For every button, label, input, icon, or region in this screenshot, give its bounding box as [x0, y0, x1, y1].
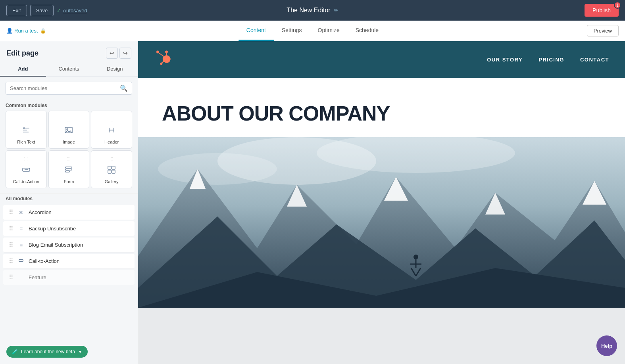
common-modules-label: Common modules [0, 100, 138, 111]
image-icon [64, 125, 73, 137]
tab-schedule[interactable]: Schedule [348, 21, 387, 41]
sidebar-tab-contents[interactable]: Contents [46, 62, 92, 77]
sidebar: Edit page ↩ ↪ 《 Add Contents Design 🔍 Co… [0, 41, 138, 364]
svg-rect-12 [65, 169, 72, 170]
person-icon: 👤 [6, 28, 13, 34]
feature-label: Feature [29, 274, 129, 280]
header-icon [107, 125, 116, 137]
svg-rect-15 [112, 166, 115, 169]
autosaved-indicator: ✓ Autosaved [57, 8, 87, 13]
list-item-feature[interactable]: ⠿ Feature [3, 270, 135, 285]
nav-links: OUR STORY PRICING CONTACT [487, 57, 609, 63]
search-input[interactable] [6, 82, 116, 94]
module-card-form[interactable]: ······ Form [48, 150, 90, 188]
module-card-image[interactable]: ······ Image [48, 111, 90, 149]
drag-handle-icon: ⠿ [9, 241, 13, 249]
module-name-image: Image [63, 140, 75, 144]
search-button[interactable]: 🔍 [116, 84, 132, 92]
all-modules-label: All modules [0, 193, 138, 204]
gallery-icon [107, 165, 116, 177]
module-card-rich-text[interactable]: ······ A Rich Text [6, 111, 47, 149]
main-area: Edit page ↩ ↪ 《 Add Contents Design 🔍 Co… [0, 41, 625, 364]
beta-tooltip[interactable]: 🧪 Learn about the new beta ▼ [6, 346, 88, 358]
blog-email-icon: ≡ [17, 242, 25, 248]
search-box: 🔍 [6, 82, 132, 95]
svg-rect-16 [108, 170, 111, 173]
tab-settings[interactable]: Settings [274, 21, 310, 41]
run-test-button[interactable]: 👤 Run a test [6, 28, 38, 34]
beta-flask-icon: 🧪 [12, 349, 18, 354]
list-item-call-to-action[interactable]: ⠿ Call-to-Action [3, 254, 135, 269]
drag-dots: ······ [110, 117, 113, 123]
drag-dots: ······ [67, 156, 71, 163]
top-bar-right: Publish 1 [585, 4, 619, 17]
drag-handle-icon: ⠿ [9, 257, 13, 265]
preview-button[interactable]: Preview [587, 25, 619, 36]
undo-redo-controls: ↩ ↪ [106, 48, 131, 59]
module-name-form: Form [64, 179, 74, 184]
publish-button[interactable]: Publish 1 [585, 4, 619, 17]
save-button[interactable]: Save [30, 5, 54, 16]
page-preview: OUR STORY PRICING CONTACT ABOUT OUR COMP… [138, 41, 625, 308]
cta-list-label: Call-to-Action [29, 258, 129, 264]
module-card-header[interactable]: ······ Header [91, 111, 132, 149]
svg-text:A: A [23, 126, 25, 129]
drag-dots: ······ [67, 117, 71, 123]
publish-badge: 1 [614, 2, 621, 9]
drag-handle-icon: ⠿ [9, 225, 13, 232]
tab-optimize[interactable]: Optimize [310, 21, 348, 41]
sub-bar-left: 👤 Run a test 🔒 [6, 28, 46, 34]
redo-button[interactable]: ↪ [119, 48, 131, 59]
module-card-gallery[interactable]: ······ Gallery [91, 150, 132, 188]
page-title: The New Editor ✏ [287, 7, 338, 14]
hero-title: ABOUT OUR COMPANY [162, 102, 601, 125]
svg-point-22 [158, 153, 277, 185]
rich-text-icon: A [21, 125, 31, 137]
common-modules-grid: ······ A Rich Text ······ [0, 111, 138, 193]
list-item-blog-email[interactable]: ⠿ ≡ Blog Email Subscription [3, 238, 135, 253]
sidebar-tab-design[interactable]: Design [92, 62, 138, 77]
sidebar-tab-add[interactable]: Add [0, 62, 46, 77]
check-icon: ✓ [57, 8, 61, 13]
accordion-label: Accordion [29, 209, 129, 215]
undo-button[interactable]: ↩ [106, 48, 118, 59]
module-card-cta[interactable]: ······ Call-to-Action [6, 150, 47, 188]
svg-point-5 [67, 129, 68, 130]
sub-bar-tabs: Content Settings Optimize Schedule [238, 21, 387, 41]
svg-rect-18 [19, 260, 23, 262]
top-bar: Exit Save ✓ Autosaved The New Editor ✏ P… [0, 0, 625, 21]
drag-dots: ······ [24, 156, 28, 163]
accordion-icon: ✕ [17, 209, 25, 216]
drag-dots: ······ [24, 117, 28, 123]
help-button[interactable]: Help [596, 335, 617, 356]
lock-icon: 🔒 [40, 28, 46, 34]
module-name-header: Header [104, 140, 119, 144]
module-list: ⠿ ✕ Accordion ⠿ ≡ Backup Unsubscribe ⠿ ≡… [0, 204, 138, 364]
drag-handle-icon: ⠿ [9, 274, 13, 281]
nav-link-our-story[interactable]: OUR STORY [487, 57, 523, 63]
sidebar-header: Edit page ↩ ↪ [0, 41, 138, 62]
nav-link-contact[interactable]: CONTACT [580, 57, 609, 63]
cta-icon [21, 165, 31, 177]
backup-unsub-icon: ≡ [17, 226, 25, 232]
drag-handle-icon: ⠿ [9, 209, 13, 216]
beta-arrow-icon: ▼ [78, 350, 82, 354]
module-name-rich-text: Rich Text [17, 140, 35, 144]
top-bar-center: The New Editor ✏ [287, 7, 338, 14]
tab-content[interactable]: Content [238, 21, 274, 41]
exit-button[interactable]: Exit [6, 5, 27, 16]
nav-link-pricing[interactable]: PRICING [538, 57, 564, 63]
hubspot-logo [154, 49, 175, 70]
collapse-sidebar-button[interactable]: 《 [138, 45, 138, 58]
cta-list-icon [17, 258, 25, 264]
list-item-accordion[interactable]: ⠿ ✕ Accordion [3, 205, 135, 220]
module-name-cta: Call-to-Action [13, 179, 39, 184]
form-icon [64, 165, 73, 177]
svg-rect-17 [112, 170, 115, 173]
blog-email-label: Blog Email Subscription [29, 242, 129, 248]
svg-rect-11 [65, 167, 72, 168]
list-item-backup-unsub[interactable]: ⠿ ≡ Backup Unsubscribe [3, 221, 135, 236]
edit-page-title: Edit page [6, 49, 38, 57]
edit-title-icon[interactable]: ✏ [334, 7, 338, 13]
module-name-gallery: Gallery [105, 179, 119, 184]
